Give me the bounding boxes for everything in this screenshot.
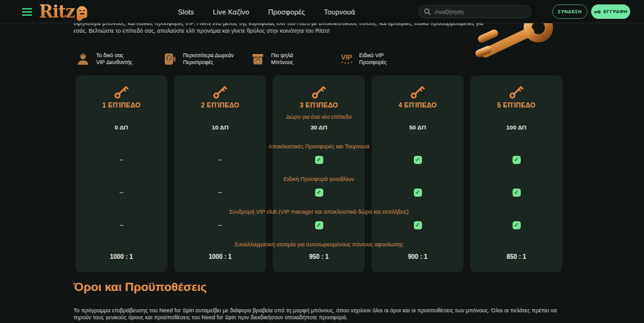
feature-cell <box>470 155 562 164</box>
level-dp-value: 10 ΔΠ <box>174 124 266 131</box>
feature-mark: – <box>119 156 123 163</box>
level-dp-value: 30 ΔΠ <box>273 124 365 131</box>
perk-higher-bonuses: ★ Πιο ψηλά Μπόνους <box>250 52 293 67</box>
level-title: 3 ΕΠΊΠΕΔΟ <box>273 101 365 109</box>
feature-mark <box>513 156 521 164</box>
terms-title: Όροι και Προϋποθέσεις <box>74 280 207 294</box>
signup-label: ΕΓΓΡΑΦΗ <box>603 9 627 14</box>
exchange-ratio: 1000 : 1 <box>75 253 167 260</box>
key-icon <box>75 84 167 102</box>
feature-mark: – <box>119 221 123 229</box>
row-label-vip-club: Συνδρομή VIP club (VIP manager και αποκλ… <box>75 209 562 215</box>
vip-intro-line2: εσάς. Βελτιώστε το επίπεδό σας, απολαύστ… <box>74 27 572 35</box>
level-dp-value: 100 ΔΠ <box>470 124 562 131</box>
exchange-ratio: 850 : 1 <box>470 253 562 260</box>
ghost-mascot-icon <box>75 5 89 24</box>
svg-text:7: 7 <box>167 55 170 61</box>
feature-cell: – <box>174 221 266 229</box>
feature-cell: – <box>75 155 167 164</box>
terms-body: Το πρόγραμμα επιβράβευσης του Need for S… <box>74 307 572 321</box>
row-label-exchange-rate: Συναλλαγματική ισοτιμία για συσσωρευμένο… <box>75 241 562 248</box>
feature-mark <box>414 221 422 229</box>
feature-cell: – <box>75 221 167 229</box>
svg-text:★: ★ <box>256 59 260 63</box>
perk-line1: Περισσότερα Δωρεάν <box>183 52 234 58</box>
nav-item-live-casino[interactable]: Live Καζίνο <box>213 8 249 16</box>
exchange-ratio: 900 : 1 <box>372 253 464 260</box>
search-bar[interactable] <box>418 5 531 18</box>
perk-line2: Προσφορές <box>359 59 387 65</box>
level-dp-value: 0 ΔΠ <box>75 124 167 131</box>
higher-bonuses-icon: ★ <box>250 52 265 67</box>
feature-cell <box>273 188 365 197</box>
key-icon <box>273 84 365 102</box>
row-label-new-level-gift: Δώρο για ένα νέο επίπεδο <box>75 114 562 120</box>
main-nav: Slots Live Καζίνο Προσφορές Τουρνουά <box>178 0 355 23</box>
exchange-ratio: 950 : 1 <box>273 253 365 260</box>
perk-label: Περισσότερα Δωρεάν Περιστροφές <box>183 52 234 66</box>
perk-label: Το δικό σας VIP Διευθυντής <box>96 52 133 66</box>
feature-mark: – <box>218 189 222 196</box>
vip-levels-table: 1 ΕΠΊΠΕΔΟ 0 ΔΠ – – – 1000 : 1 2 ΕΠΊΠΕΔΟ <box>75 75 562 272</box>
nav-item-tournaments[interactable]: Τουρνουά <box>324 8 355 16</box>
level-title: 5 ΕΠΊΠΕΔΟ <box>470 101 562 109</box>
feature-cell: – <box>174 188 266 197</box>
level-title: 4 ΕΠΊΠΕΔΟ <box>372 101 464 109</box>
login-button[interactable]: ΣΥΝΔΕΣΗ <box>552 4 587 19</box>
feature-cell: – <box>75 188 167 197</box>
key-icon <box>470 84 562 102</box>
perk-label: Πιο ψηλά Μπόνους <box>271 52 293 66</box>
top-navbar: Ritz Slots Live Καζίνο Προσφορές Τουρνου… <box>0 0 644 23</box>
search-icon <box>424 8 431 15</box>
nav-item-promotions[interactable]: Προσφορές <box>268 8 305 16</box>
feature-cell <box>372 188 464 197</box>
signup-button[interactable]: ΕΓΓΡΑΦΗ <box>591 4 630 19</box>
perk-line2: VIP Διευθυντής <box>96 59 133 65</box>
perk-vip-offers: VIP Ειδικό VIP Προσφορές <box>338 52 387 67</box>
perk-line1: Πιο ψηλά <box>271 52 293 58</box>
feature-mark <box>513 189 521 197</box>
feature-mark <box>414 189 422 197</box>
feature-cell <box>273 221 365 229</box>
brand-logo[interactable]: Ritz <box>39 1 89 26</box>
feature-mark <box>315 221 323 229</box>
signup-key-icon <box>594 9 601 14</box>
feature-cell: – <box>174 155 266 164</box>
vip-offers-icon: VIP <box>338 52 353 67</box>
level-dp-value: 50 ΔΠ <box>372 124 464 131</box>
perk-line2: Περιστροφές <box>183 59 213 65</box>
feature-mark: – <box>218 221 222 229</box>
vip-manager-icon <box>75 52 91 67</box>
feature-mark <box>414 156 422 164</box>
perk-free-spins: 7 Περισσότερα Δωρεάν Περιστροφές <box>162 52 234 67</box>
nav-item-slots[interactable]: Slots <box>178 8 194 16</box>
perk-label: Ειδικό VIP Προσφορές <box>359 52 387 66</box>
perk-vip-manager: Το δικό σας VIP Διευθυντής <box>75 52 133 67</box>
feature-mark <box>315 156 323 164</box>
key-icon <box>372 84 464 102</box>
feature-mark: – <box>218 156 222 163</box>
key-icon <box>174 84 266 102</box>
free-spins-icon: 7 <box>162 52 177 67</box>
search-input[interactable] <box>435 8 523 15</box>
level-title: 1 ΕΠΊΠΕΔΟ <box>75 101 167 109</box>
perk-line1: Ειδικό VIP <box>359 52 384 58</box>
feature-cell <box>470 188 562 197</box>
perk-line1: Το δικό σας <box>96 52 123 58</box>
feature-cell <box>372 221 464 229</box>
feature-mark <box>513 221 521 229</box>
feature-cell <box>470 221 562 229</box>
hamburger-menu-icon[interactable] <box>22 8 32 16</box>
feature-cell <box>273 155 365 164</box>
perk-line2: Μπόνους <box>271 59 293 65</box>
feature-mark <box>315 189 323 197</box>
level-title: 2 ΕΠΊΠΕΔΟ <box>174 101 266 109</box>
exchange-ratio: 1000 : 1 <box>174 253 266 260</box>
row-label-birthday-offer: Ειδική Προσφορά γενεθλίων <box>75 176 562 182</box>
row-label-exclusive-offers: Αποκλειστικές Προσφορές και Τουρνουά <box>75 143 562 150</box>
svg-text:VIP: VIP <box>341 53 352 61</box>
brand-logo-text: Ritz <box>39 1 75 23</box>
feature-cell <box>372 155 464 164</box>
feature-mark: – <box>119 189 123 196</box>
page: υψηλότερα μπόνους, και ειδικές προσφορές… <box>0 0 644 323</box>
